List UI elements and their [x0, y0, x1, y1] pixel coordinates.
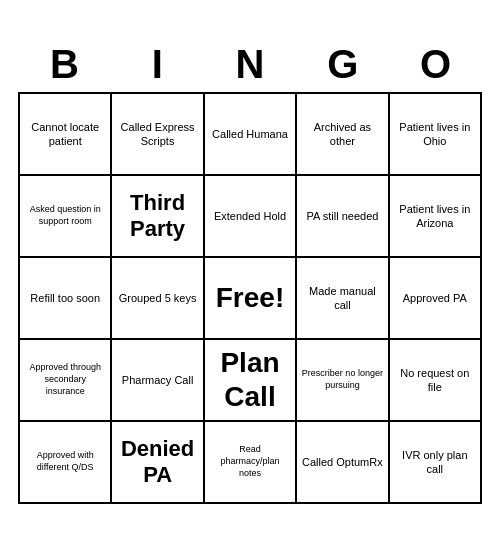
cell-text-16: Pharmacy Call — [122, 373, 194, 387]
cell-text-4: Patient lives in Ohio — [394, 120, 476, 149]
cell-text-0: Cannot locate patient — [24, 120, 106, 149]
cell-text-12: Free! — [216, 281, 284, 315]
cell-text-24: IVR only plan call — [394, 448, 476, 477]
cell-text-19: No request on file — [394, 366, 476, 395]
bingo-cell-21: Denied PA — [112, 422, 204, 504]
cell-text-5: Asked question in support room — [24, 204, 106, 227]
bingo-card: BINGO Cannot locate patientCalled Expres… — [10, 32, 490, 512]
bingo-cell-15: Approved through secondary insurance — [20, 340, 112, 422]
cell-text-11: Grouped 5 keys — [119, 291, 197, 305]
bingo-cell-4: Patient lives in Ohio — [390, 94, 482, 176]
bingo-cell-10: Refill too soon — [20, 258, 112, 340]
bingo-cell-0: Cannot locate patient — [20, 94, 112, 176]
bingo-grid: Cannot locate patientCalled Express Scri… — [18, 92, 482, 504]
cell-text-3: Archived as other — [301, 120, 383, 149]
cell-text-18: Prescriber no longer pursuing — [301, 368, 383, 391]
bingo-cell-16: Pharmacy Call — [112, 340, 204, 422]
cell-text-1: Called Express Scripts — [116, 120, 198, 149]
bingo-cell-6: Third Party — [112, 176, 204, 258]
cell-text-20: Approved with different Q/DS — [24, 450, 106, 473]
cell-text-8: PA still needed — [306, 209, 378, 223]
bingo-cell-13: Made manual call — [297, 258, 389, 340]
bingo-cell-18: Prescriber no longer pursuing — [297, 340, 389, 422]
cell-text-10: Refill too soon — [30, 291, 100, 305]
bingo-cell-20: Approved with different Q/DS — [20, 422, 112, 504]
bingo-cell-7: Extended Hold — [205, 176, 297, 258]
cell-text-9: Patient lives in Arizona — [394, 202, 476, 231]
bingo-cell-2: Called Humana — [205, 94, 297, 176]
bingo-cell-11: Grouped 5 keys — [112, 258, 204, 340]
bingo-title: BINGO — [18, 40, 482, 92]
bingo-cell-3: Archived as other — [297, 94, 389, 176]
title-letter-B: B — [18, 40, 111, 92]
cell-text-23: Called OptumRx — [302, 455, 383, 469]
title-letter-G: G — [296, 40, 389, 92]
bingo-cell-14: Approved PA — [390, 258, 482, 340]
bingo-cell-9: Patient lives in Arizona — [390, 176, 482, 258]
bingo-cell-5: Asked question in support room — [20, 176, 112, 258]
bingo-cell-24: IVR only plan call — [390, 422, 482, 504]
bingo-cell-12: Free! — [205, 258, 297, 340]
title-letter-I: I — [111, 40, 204, 92]
title-letter-O: O — [389, 40, 482, 92]
title-letter-N: N — [204, 40, 297, 92]
bingo-cell-1: Called Express Scripts — [112, 94, 204, 176]
bingo-cell-22: Read pharmacy/plan notes — [205, 422, 297, 504]
cell-text-2: Called Humana — [212, 127, 288, 141]
cell-text-14: Approved PA — [403, 291, 467, 305]
cell-text-17: Plan Call — [209, 346, 291, 413]
cell-text-7: Extended Hold — [214, 209, 286, 223]
cell-text-15: Approved through secondary insurance — [24, 362, 106, 397]
bingo-cell-19: No request on file — [390, 340, 482, 422]
bingo-cell-8: PA still needed — [297, 176, 389, 258]
bingo-cell-23: Called OptumRx — [297, 422, 389, 504]
cell-text-21: Denied PA — [116, 436, 198, 489]
cell-text-6: Third Party — [116, 190, 198, 243]
bingo-cell-17: Plan Call — [205, 340, 297, 422]
cell-text-22: Read pharmacy/plan notes — [209, 444, 291, 479]
cell-text-13: Made manual call — [301, 284, 383, 313]
